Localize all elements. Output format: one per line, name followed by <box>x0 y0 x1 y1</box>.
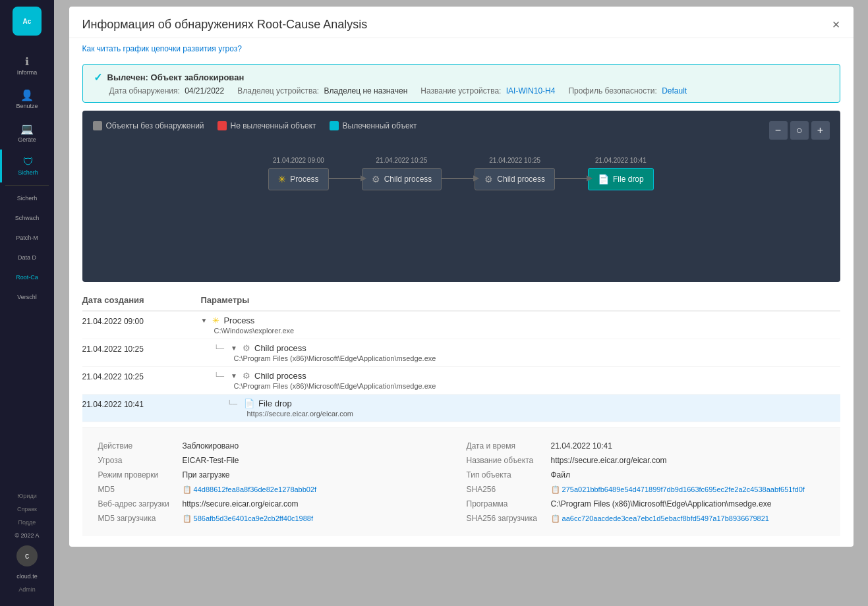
legal-link[interactable]: Юриди <box>17 493 36 499</box>
md5-loader-link[interactable]: 📋 586afb5d3e6401ca9e2cb2ff40c1988f <box>183 514 314 522</box>
sidebar-label-sicherh: Sicherh <box>18 169 38 176</box>
alert-status-text: Вылечен: Объект заблокирован <box>107 72 245 82</box>
zoom-in-button[interactable]: + <box>811 121 830 140</box>
row-child1-params: └─ ▼ ⚙ Child process C:\Program Files (x… <box>201 343 840 362</box>
table-row-child2[interactable]: 21.04.2022 10:25 └─ ▼ ⚙ Child process C:… <box>82 367 840 395</box>
row-process-params: ▼ ✳ Process C:\Windows\explorer.exe <box>201 316 840 335</box>
device-link[interactable]: IAI-WIN10-H4 <box>506 86 556 96</box>
table-row-filedrop[interactable]: 21.04.2022 10:41 └─ 📄 File drop https://… <box>82 395 840 422</box>
node-child2[interactable]: 21.04.2022 10:25 ⚙ Child process <box>475 157 555 190</box>
node-process-box[interactable]: ✳ Process <box>268 168 328 190</box>
detail-obj-type: Тип объекта Файл <box>467 468 825 482</box>
alert-details: Дата обнаружения: 04/21/2022 Владелец ус… <box>94 86 829 96</box>
legend-no-detection: Объекты без обнаружений <box>93 121 204 130</box>
node-filedrop-time: 21.04.2022 10:41 <box>595 157 647 164</box>
sidebar-label-patchm: Patch-M <box>16 234 38 241</box>
sha256-label: SHA256 <box>467 485 546 494</box>
modal: Информация об обнаружениях Root-Cause An… <box>69 7 854 547</box>
md5-link[interactable]: 📋 44d88612fea8a8f36de82e1278abb02f <box>183 485 317 493</box>
sidebar-bottom: Юриди Справк Подде © 2022 A c cloud.te A… <box>14 493 39 606</box>
legend-gray-swatch <box>93 121 102 130</box>
sidebar-label-schwach: Schwach <box>15 215 40 221</box>
child2-icon: ⚙ <box>484 174 493 184</box>
sidebar-subitem-verschl[interactable]: Verschl <box>0 287 54 307</box>
child1-icon: ⚙ <box>372 174 380 184</box>
legend-red-swatch <box>217 121 227 130</box>
detail-action: Действие Заблокировано <box>98 439 456 453</box>
row-process-label: ▼ ✳ Process <box>201 316 840 325</box>
table-row-process[interactable]: 21.04.2022 09:00 ▼ ✳ Process C:\Windows\… <box>82 312 840 339</box>
threat-value: EICAR-Test-File <box>183 456 456 465</box>
modal-help-link[interactable]: Как читать график цепочки развития угроз… <box>82 44 242 53</box>
zoom-reset-button[interactable]: ○ <box>790 121 809 140</box>
node-filedrop[interactable]: 21.04.2022 10:41 📄 File drop <box>588 157 654 190</box>
profile-link[interactable]: Default <box>662 86 687 96</box>
sidebar-item-benutzer[interactable]: 👤 Benutze <box>0 82 54 116</box>
node-child1-label: Child process <box>384 175 432 184</box>
node-child2-time: 21.04.2022 10:25 <box>489 157 540 164</box>
sidebar-label-rootca: Root-Ca <box>16 274 38 281</box>
device-icon: 💻 <box>20 123 34 135</box>
help-link[interactable]: Справк <box>17 506 37 512</box>
modal-close-button[interactable]: × <box>832 17 840 32</box>
graph-controls: − ○ + <box>769 121 830 140</box>
filedrop-path: https://secure.eicar.org/eicar.com <box>247 410 840 418</box>
child2-chevron[interactable]: ▼ <box>231 372 237 379</box>
filedrop-type: File drop <box>258 399 292 408</box>
avatar[interactable]: c <box>16 545 38 566</box>
node-process[interactable]: 21.04.2022 09:00 ✳ Process <box>268 157 328 190</box>
table-row-child1[interactable]: 21.04.2022 10:25 └─ ▼ ⚙ Child process C:… <box>82 339 840 367</box>
detail-sha256: SHA256 📋 275a021bbfb6489e54d471899f7db9d… <box>467 482 825 497</box>
details-left: Действие Заблокировано Угроза EICAR-Test… <box>93 436 461 528</box>
zoom-out-button[interactable]: − <box>769 121 788 140</box>
sha256-link[interactable]: 📋 275a021bbfb6489e54d471899f7db9d1663fc6… <box>551 485 805 493</box>
action-label: Действие <box>98 441 177 451</box>
sha256-loader-label: SHA256 загрузчика <box>467 514 546 523</box>
program-value: C:\Program Files (x86)\Microsoft\Edge\Ap… <box>551 499 825 509</box>
threat-label: Угроза <box>98 456 177 465</box>
sidebar-subitem-rootca[interactable]: Root-Ca <box>0 267 54 287</box>
sidebar-item-sicherh[interactable]: 🛡 Sicherh <box>0 150 54 182</box>
detail-sha256-loader: SHA256 загрузчика 📋 aa6cc720aacdede3cea7… <box>467 511 825 526</box>
scan-mode-value: При загрузке <box>183 470 456 480</box>
node-child1[interactable]: 21.04.2022 10:25 ⚙ Child process <box>362 157 442 190</box>
details-grid: Действие Заблокировано Угроза EICAR-Test… <box>93 436 830 528</box>
child1-chevron[interactable]: ▼ <box>231 344 237 352</box>
filedrop-tree-icon: 📄 <box>244 399 254 408</box>
process-chevron[interactable]: ▼ <box>201 317 208 324</box>
sidebar-subitem-schwach[interactable]: Schwach <box>0 208 54 228</box>
logo-text: Ac <box>23 18 32 25</box>
check-icon: ✓ <box>94 71 102 84</box>
obj-type-label: Тип объекта <box>467 470 546 480</box>
date-value: 04/21/2022 <box>185 86 224 96</box>
graph-legend: Объекты без обнаружений Не вылеченный об… <box>93 121 830 130</box>
legend-no-detection-label: Объекты без обнаружений <box>106 121 204 130</box>
node-child2-box[interactable]: ⚙ Child process <box>475 168 555 190</box>
sidebar-item-geraete[interactable]: 💻 Geräte <box>0 116 54 150</box>
node-filedrop-box[interactable]: 📄 File drop <box>588 168 654 190</box>
sidebar-item-info[interactable]: ℹ Informa <box>0 49 54 82</box>
profile-info: Профиль безопасности: Default <box>568 86 687 96</box>
sidebar-subitem-sicherh2[interactable]: Sicherh <box>0 188 54 208</box>
node-child1-box[interactable]: ⚙ Child process <box>362 168 442 190</box>
sidebar: Ac ℹ Informa 👤 Benutze 💻 Geräte 🛡 Sicher… <box>0 0 54 606</box>
sha256-loader-link[interactable]: 📋 aa6cc720aacdede3cea7ebc1d5ebacf8bfd549… <box>551 514 769 522</box>
md5-loader-value: 📋 586afb5d3e6401ca9e2cb2ff40c1988f <box>183 514 456 523</box>
detail-obj-name: Название объекта https://secure.eicar.or… <box>467 453 825 468</box>
web-url-value: https://secure.eicar.org/eicar.com <box>183 499 456 509</box>
details-panel: Действие Заблокировано Угроза EICAR-Test… <box>82 427 840 536</box>
support-link[interactable]: Подде <box>18 519 36 526</box>
sidebar-subitem-datad[interactable]: Data D <box>0 248 54 267</box>
sidebar-subitem-patchm[interactable]: Patch-M <box>0 228 54 248</box>
child1-tree-icon: ⚙ <box>243 343 250 353</box>
detail-program: Программа C:\Program Files (x86)\Microso… <box>467 497 825 511</box>
col-params-header: Параметры <box>201 295 840 305</box>
node-filedrop-label: File drop <box>613 175 644 184</box>
username: cloud.te <box>16 573 38 580</box>
detail-web-url: Веб-адрес загрузки https://secure.eicar.… <box>98 497 456 511</box>
obj-type-value: Файл <box>551 470 825 480</box>
filedrop-tree-connector: └─ <box>227 400 238 408</box>
modal-overlay: Информация об обнаружениях Root-Cause An… <box>54 0 868 606</box>
row-child1-date: 21.04.2022 10:25 <box>82 343 188 354</box>
child1-tree-connector: └─ <box>214 344 225 352</box>
